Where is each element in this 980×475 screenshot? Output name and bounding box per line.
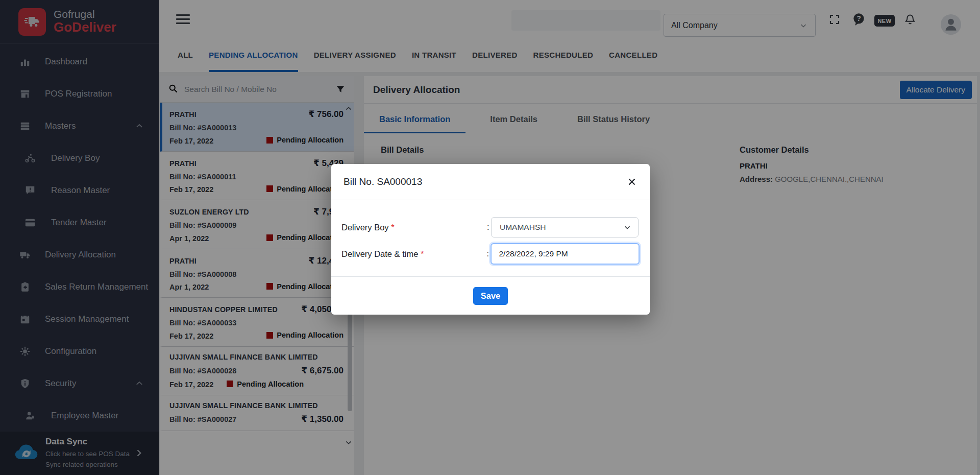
field-separator: : (486, 249, 491, 258)
select-value: UMAMAHSH (500, 223, 546, 232)
modal-field-delivery-date-time: Delivery Date & time *:2/28/2022, 9:29 P… (341, 243, 640, 265)
field-separator: : (487, 223, 491, 232)
caret-down-icon (623, 223, 632, 232)
delivery-date-time-input[interactable]: 2/28/2022, 9:29 PM (491, 243, 640, 265)
delivery-boy-select[interactable]: UMAMAHSH (491, 217, 639, 238)
close-icon (626, 176, 638, 187)
select-caret-icon (623, 223, 632, 232)
close-icon[interactable] (626, 176, 638, 187)
field-label: Delivery Boy (341, 223, 389, 232)
field-label: Delivery Date & time (341, 249, 418, 258)
required-marker: * (421, 249, 424, 258)
required-marker: * (391, 223, 394, 232)
modal-title: Bill No. SA000013 (344, 176, 422, 187)
allocate-delivery-modal: Bill No. SA000013 Delivery Boy *:UMAMAHS… (331, 164, 650, 315)
input-value: 2/28/2022, 9:29 PM (499, 249, 568, 258)
modal-field-delivery-boy: Delivery Boy *:UMAMAHSH (341, 217, 640, 238)
save-button[interactable]: Save (473, 287, 508, 305)
